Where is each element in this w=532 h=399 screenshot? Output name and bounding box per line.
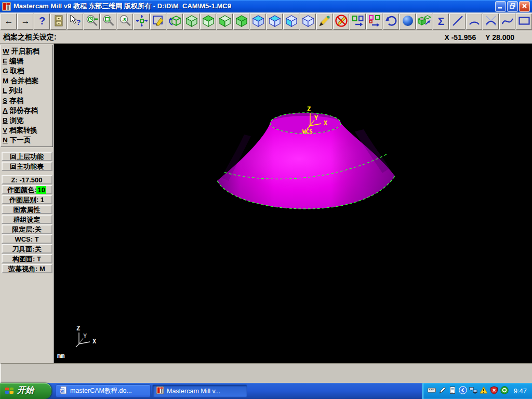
toolbar-create-spline-button[interactable]	[499, 14, 515, 30]
graphics-viewport[interactable]: Z Y X WCS Z Y X mm	[54, 44, 532, 363]
main-menu-button[interactable]: 回主功能表	[2, 162, 52, 171]
toolbar-create-line-button[interactable]	[449, 14, 466, 30]
toolbar-forward-button[interactable]: →	[17, 14, 33, 30]
construction-plane-button[interactable]: 构图面: T	[2, 254, 52, 263]
toolbar-delete-pencil-button[interactable]	[316, 14, 332, 30]
z-depth-button[interactable]: Z: -17.500	[2, 175, 52, 184]
undelete-pencil-icon	[335, 14, 348, 29]
menu-item-V[interactable]: V档案转换	[3, 125, 52, 135]
toolbar-screen-next-button[interactable]	[350, 14, 366, 30]
taskbar-word-document-button[interactable]: WmasterCAM教程.do...	[56, 384, 151, 397]
cone-surface-model[interactable]: Z Y X WCS Z Y X	[54, 44, 532, 363]
toolbar-help-button[interactable]: ?	[34, 14, 50, 30]
alert-shield-icon[interactable]	[480, 386, 488, 396]
toolbar-repaint-button[interactable]	[150, 14, 166, 30]
windows-logo-icon	[4, 385, 15, 396]
close-button[interactable]	[519, 1, 530, 12]
restore-button[interactable]	[507, 1, 518, 12]
start-label: 开始	[17, 385, 34, 396]
menu-item-L[interactable]: L列出	[3, 86, 52, 96]
menu-item-S[interactable]: S存档	[3, 96, 52, 105]
create-line-icon	[451, 14, 464, 29]
toolbar-zoom-scale-button[interactable]: .8	[117, 14, 133, 30]
draw-color-button[interactable]: 作图颜色:10	[2, 185, 52, 194]
limit-level-button[interactable]: 限定层:关	[2, 224, 52, 234]
messenger-icon[interactable]	[500, 386, 509, 396]
toolbar-undelete-pencil-button[interactable]	[333, 14, 349, 30]
draw-level-button[interactable]: 作图层别: 1	[2, 195, 52, 204]
menu-item-E[interactable]: E编辑	[3, 56, 52, 66]
toolbar-cplane-side-button[interactable]	[300, 14, 316, 30]
create-arc-icon	[468, 14, 481, 29]
toolbar-cplane-top-button[interactable]	[267, 14, 283, 30]
menu-item-G[interactable]: G取档	[3, 66, 52, 76]
toolbar-dynamic-rotate-button[interactable]	[167, 14, 183, 30]
status-buttons: Z: -17.500作图颜色:10作图层别: 1图素属性群组设定限定层:关WCS…	[0, 175, 54, 273]
toolbar-gview-wireframe-button[interactable]	[183, 14, 200, 30]
zoom-icon	[85, 14, 99, 29]
toolbar-zoom-button[interactable]	[84, 14, 100, 30]
network-icon[interactable]	[469, 386, 477, 396]
toolbar-back-button[interactable]: ←	[1, 14, 17, 30]
menu-hotkey: L	[3, 87, 7, 95]
toolbar-zoom-window-button[interactable]	[100, 14, 116, 30]
gview-wireframe-icon	[185, 14, 198, 29]
toolbar-create-fillet-button[interactable]	[483, 14, 499, 30]
menu-item-A[interactable]: A部份存档	[3, 105, 52, 115]
text-services-icon[interactable]	[448, 386, 457, 396]
security-shield-icon[interactable]	[490, 386, 498, 396]
screen-view-button[interactable]: 萤幕视角: M	[2, 264, 52, 273]
toolbar-file-cabinet-button[interactable]	[50, 14, 66, 30]
taskbar-clock: 9:47	[514, 387, 527, 395]
toolbar-undo-button[interactable]	[383, 14, 399, 30]
tool-plane-button[interactable]: 刀具面:关	[2, 244, 52, 254]
menu-label: 列出	[9, 87, 23, 95]
window-title: Mastercam Mill v9 教程 东部三维网 版权所有 - D:\D\M…	[14, 2, 495, 11]
pen-icon[interactable]	[438, 386, 446, 396]
entity-attributes-button[interactable]: 图素属性	[2, 205, 52, 214]
toolbar-create-rectangle-button[interactable]	[516, 14, 532, 30]
toolbar-cplane-3d-button[interactable]	[250, 14, 266, 30]
toolbar-gview-iso-button[interactable]	[233, 14, 249, 30]
taskbar-mastercam-window-button[interactable]: Mastercam Mill v...	[152, 384, 247, 397]
wcs-button[interactable]: WCS: T	[2, 234, 52, 244]
delete-pencil-icon	[318, 14, 331, 29]
svg-text:Σ: Σ	[437, 15, 444, 27]
toolbar-solids-button[interactable]	[416, 14, 432, 30]
keyboard-icon[interactable]	[428, 386, 436, 396]
solids-icon	[418, 14, 431, 29]
menu-item-W[interactable]: W开启新档	[3, 46, 52, 56]
toolbar-cplane-front-button[interactable]	[283, 14, 299, 30]
menu-item-M[interactable]: M合并档案	[3, 76, 52, 86]
message-area	[0, 363, 532, 383]
start-button[interactable]: 开始	[0, 383, 51, 399]
prompt-bar: 档案之相关设定: X -51.956 Y 28.000	[0, 31, 532, 44]
group-settings-button[interactable]: 群组设定	[2, 215, 52, 224]
file-menu-panel: W开启新档E编辑G取档M合并档案L列出S存档A部份存档B浏览V档案转换N下一页	[1, 45, 53, 147]
collapse-chevron-icon[interactable]	[459, 386, 467, 396]
toolbar-shade-sphere-button[interactable]	[400, 14, 416, 30]
forward-icon: →	[19, 14, 32, 29]
menu-label: 取档	[10, 67, 24, 75]
task-label: Mastercam Mill v...	[167, 388, 220, 395]
toolbar-analyze-sigma-button[interactable]: Σ	[433, 14, 449, 30]
menu-label: 合并档案	[10, 77, 38, 85]
toolbar-pick-help-button[interactable]: ?	[67, 14, 83, 30]
dynamic-rotate-icon	[168, 14, 182, 29]
menu-hotkey: V	[3, 126, 7, 134]
toolbar-fit-screen-button[interactable]	[134, 14, 150, 30]
toolbar-gview-top-button[interactable]	[200, 14, 216, 30]
analyze-sigma-icon: Σ	[434, 14, 448, 29]
toolbar-xform-button[interactable]	[366, 14, 382, 30]
menu-item-N[interactable]: N下一页	[3, 135, 52, 145]
menu-hotkey: M	[3, 77, 8, 85]
status-label: 作图颜色:	[7, 186, 36, 194]
menu-item-B[interactable]: B浏览	[3, 115, 52, 125]
back-submenu-button[interactable]: 回上层功能	[2, 152, 52, 161]
toolbar-create-arc-button[interactable]	[466, 14, 482, 30]
mastercam-logo-icon	[2, 2, 11, 11]
screen-next-icon	[351, 14, 365, 29]
toolbar-gview-front-button[interactable]	[217, 14, 233, 30]
menu-hotkey: A	[3, 107, 8, 114]
minimize-button[interactable]	[495, 1, 506, 12]
